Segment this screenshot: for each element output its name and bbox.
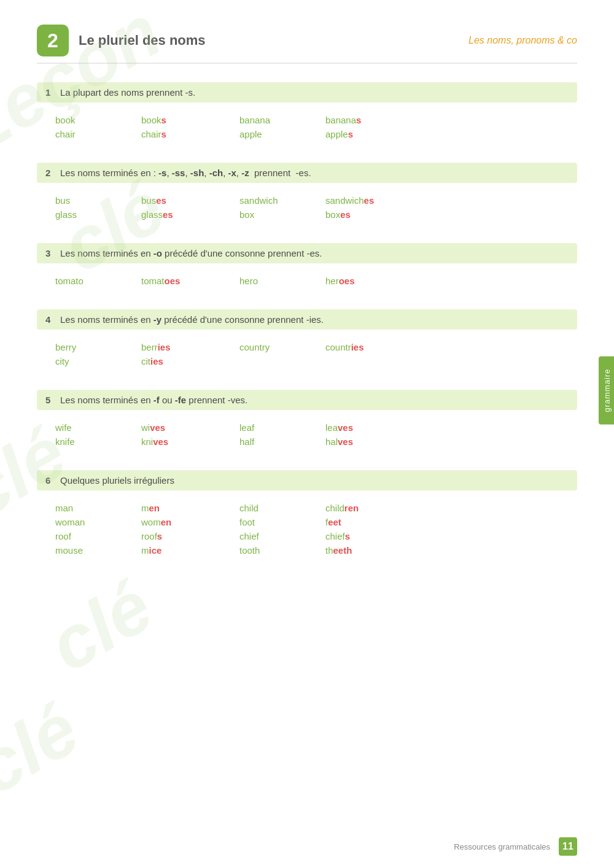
word-plural: knives <box>141 435 239 448</box>
word: child <box>239 502 325 514</box>
section-header: 2 Le pluriel des noms Les noms, pronoms … <box>37 25 577 64</box>
word: mouse <box>55 544 141 557</box>
section-4: 4 Les noms terminés en -y précédé d'une … <box>37 309 577 378</box>
word: roof <box>55 530 141 543</box>
word: chief <box>239 530 325 543</box>
chapter-subtitle: Les noms, pronoms & co <box>468 35 577 46</box>
section-1: 1 La plupart des noms prennent -s. book … <box>37 82 577 150</box>
footer-text: Ressources grammaticales <box>454 842 550 851</box>
word-plural: boxes <box>325 208 424 221</box>
word-plural: halves <box>325 435 424 448</box>
word-plural: sandwiches <box>325 194 424 207</box>
section-3-words: tomato tomatoes hero heroes <box>37 271 577 297</box>
word-plural <box>325 355 424 368</box>
word-plural: cities <box>141 355 239 368</box>
word-plural: chiefs <box>325 530 424 543</box>
word: woman <box>55 516 141 529</box>
header-left: 2 Le pluriel des noms <box>37 25 206 56</box>
word-plural: leaves <box>325 421 424 434</box>
section-4-header: 4 Les noms terminés en -y précédé d'une … <box>37 309 577 330</box>
word: half <box>239 435 325 448</box>
word-plural: feet <box>325 516 424 529</box>
page-number: 11 <box>559 837 577 856</box>
word: berry <box>55 341 141 354</box>
word: foot <box>239 516 325 529</box>
section-6: 6 Quelques pluriels irréguliers man men … <box>37 470 577 567</box>
word: man <box>55 502 141 514</box>
section-6-words: man men child children woman women foot … <box>37 498 577 567</box>
section-1-header: 1 La plupart des noms prennent -s. <box>37 82 577 103</box>
word: tomato <box>55 274 141 287</box>
section-2-header: 2 Les noms terminés en : -s, -ss, -sh, -… <box>37 163 577 183</box>
page: Leçon clé clé clé clé 2 Le pluriel des n… <box>0 0 614 868</box>
word-plural: heroes <box>325 274 424 287</box>
word: leaf <box>239 421 325 434</box>
word-plural: glasses <box>141 208 239 221</box>
sidebar-tab: grammaire <box>599 357 614 425</box>
word: bus <box>55 194 141 207</box>
chapter-number: 2 <box>37 25 69 56</box>
word-plural: chairs <box>141 128 239 141</box>
word-plural: books <box>141 114 239 126</box>
section-5-words: wife wives leaf leaves knife knives half… <box>37 417 577 458</box>
word-plural: buses <box>141 194 239 207</box>
word: country <box>239 341 325 354</box>
word: banana <box>239 114 325 126</box>
section-6-header: 6 Quelques pluriels irréguliers <box>37 470 577 490</box>
word-plural: tomatoes <box>141 274 239 287</box>
word-plural: women <box>141 516 239 529</box>
word: book <box>55 114 141 126</box>
word: wife <box>55 421 141 434</box>
word-plural: theeth <box>325 544 424 557</box>
word <box>239 355 325 368</box>
section-2: 2 Les noms terminés en : -s, -ss, -sh, -… <box>37 163 577 231</box>
section-1-words: book books banana bananas chair chairs a… <box>37 110 577 150</box>
word-plural: men <box>141 502 239 514</box>
word: knife <box>55 435 141 448</box>
word: tooth <box>239 544 325 557</box>
word: glass <box>55 208 141 221</box>
word-plural: bananas <box>325 114 424 126</box>
word: hero <box>239 274 325 287</box>
word: city <box>55 355 141 368</box>
word: apple <box>239 128 325 141</box>
word-plural: berries <box>141 341 239 354</box>
word-plural: children <box>325 502 424 514</box>
word-plural: apples <box>325 128 424 141</box>
footer: Ressources grammaticales 11 <box>454 837 577 856</box>
section-3-header: 3 Les noms terminés en -o précédé d'une … <box>37 243 577 263</box>
section-4-words: berry berries country countries city cit… <box>37 337 577 378</box>
word: sandwich <box>239 194 325 207</box>
word-plural: roofs <box>141 530 239 543</box>
section-5-header: 5 Les noms terminés en -f ou -fe prennen… <box>37 390 577 410</box>
word-plural: mice <box>141 544 239 557</box>
word-plural: countries <box>325 341 424 354</box>
section-5: 5 Les noms terminés en -f ou -fe prennen… <box>37 390 577 458</box>
word: chair <box>55 128 141 141</box>
chapter-title: Le pluriel des noms <box>79 33 206 48</box>
word-plural: wives <box>141 421 239 434</box>
section-3: 3 Les noms terminés en -o précédé d'une … <box>37 243 577 297</box>
word: box <box>239 208 325 221</box>
section-2-words: bus buses sandwich sandwiches glass glas… <box>37 190 577 231</box>
